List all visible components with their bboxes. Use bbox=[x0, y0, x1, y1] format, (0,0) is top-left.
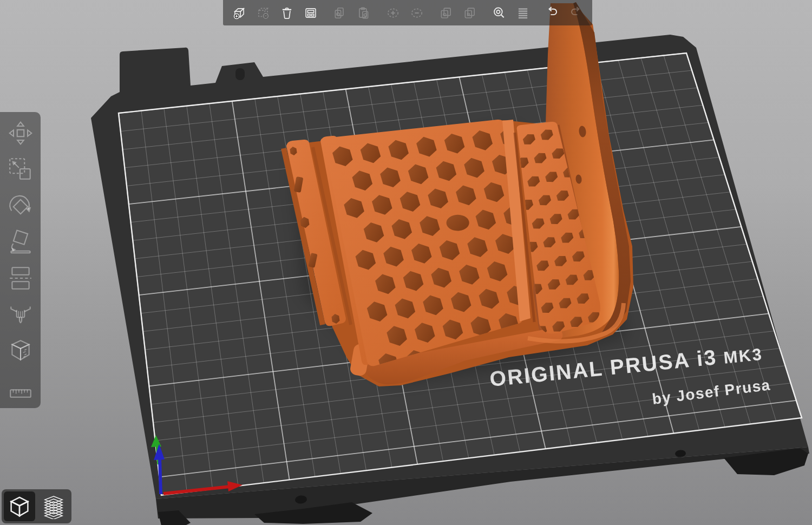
paint-on-supports-button[interactable] bbox=[5, 300, 36, 329]
copy-icon bbox=[333, 6, 347, 20]
seam-icon bbox=[7, 337, 34, 364]
add-instance-icon bbox=[386, 6, 400, 20]
paint-on-supports-icon bbox=[7, 301, 34, 328]
split-to-objects-icon: O bbox=[439, 6, 453, 20]
redo-icon bbox=[569, 6, 583, 20]
split-to-parts-icon: P bbox=[463, 6, 477, 20]
scale-icon bbox=[7, 156, 34, 183]
move-icon bbox=[7, 120, 34, 147]
arrange-icon bbox=[304, 6, 318, 20]
remove-instance-button[interactable] bbox=[405, 2, 428, 24]
place-on-face-icon bbox=[7, 228, 34, 255]
move-button[interactable] bbox=[5, 119, 36, 148]
measure-button[interactable] bbox=[5, 372, 36, 402]
remove-instance-icon bbox=[410, 6, 424, 20]
svg-text:O: O bbox=[443, 11, 447, 17]
add-instance-button[interactable] bbox=[382, 2, 404, 24]
variable-layer-height-icon bbox=[516, 6, 530, 20]
bed-pin bbox=[235, 68, 245, 80]
measure-icon bbox=[7, 373, 34, 401]
copy-button[interactable] bbox=[329, 2, 351, 24]
delete-all-icon bbox=[280, 6, 294, 20]
split-to-parts-button[interactable]: P bbox=[459, 2, 481, 24]
place-on-face-button[interactable] bbox=[5, 227, 36, 257]
delete-icon bbox=[256, 6, 270, 20]
paste-button[interactable] bbox=[352, 2, 375, 24]
split-to-objects-button[interactable]: O bbox=[435, 2, 457, 24]
undo-button[interactable] bbox=[541, 2, 564, 24]
viewport-3d[interactable]: ORIGINAL PRUSA i3MK3 by Josef Prusa bbox=[0, 0, 812, 525]
search-button[interactable] bbox=[488, 2, 510, 24]
cut-icon bbox=[7, 265, 34, 292]
paste-icon bbox=[357, 6, 371, 20]
add-icon bbox=[232, 6, 246, 20]
svg-text:P: P bbox=[467, 11, 470, 17]
variable-layer-height-button[interactable] bbox=[512, 2, 534, 24]
delete-all-button[interactable] bbox=[276, 2, 298, 24]
rotate-icon bbox=[7, 192, 34, 219]
seam-button[interactable] bbox=[5, 336, 36, 365]
arrange-button[interactable] bbox=[299, 2, 322, 24]
rotate-button[interactable] bbox=[5, 191, 36, 220]
undo-icon bbox=[545, 6, 559, 20]
3d-editor-view-icon bbox=[8, 495, 31, 519]
redo-button[interactable] bbox=[565, 2, 587, 24]
prusaslicer-3d-viewport-window: ORIGINAL PRUSA i3MK3 by Josef Prusa bbox=[0, 0, 812, 525]
cut-button[interactable] bbox=[5, 264, 36, 293]
preview-layers-icon bbox=[41, 494, 66, 519]
3d-editor-view-button[interactable] bbox=[4, 491, 35, 521]
search-icon bbox=[492, 6, 506, 20]
add-button[interactable] bbox=[228, 2, 251, 24]
view-toolbar bbox=[2, 489, 71, 523]
scale-button[interactable] bbox=[5, 155, 36, 184]
delete-button[interactable] bbox=[252, 2, 274, 24]
gizmo-toolbar bbox=[0, 112, 41, 408]
top-toolbar: O P bbox=[223, 0, 592, 25]
preview-button[interactable] bbox=[38, 491, 69, 521]
